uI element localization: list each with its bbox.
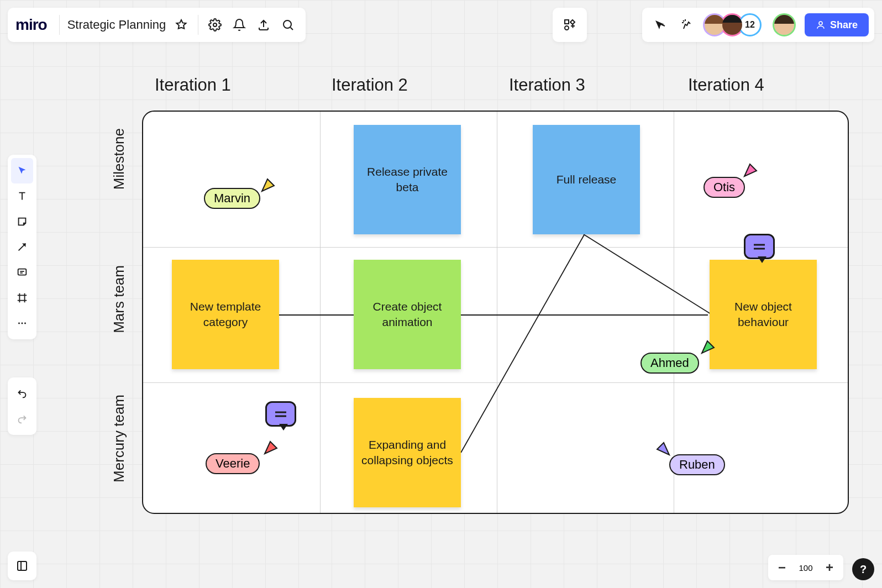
svg-point-16 (24, 323, 26, 324)
sticky-note[interactable]: Create object animation (354, 260, 461, 369)
svg-rect-17 (18, 561, 27, 570)
topbar-right: 12 Share (642, 8, 874, 42)
left-toolbar (8, 155, 36, 339)
redo-button[interactable] (11, 406, 33, 432)
collaborator-cursor-label: Veerie (206, 453, 260, 474)
cursor-arrow-icon (262, 439, 279, 456)
zoom-in-button[interactable]: + (820, 558, 839, 577)
svg-point-8 (213, 23, 217, 27)
sticky-tool[interactable] (11, 209, 33, 234)
reactions-icon[interactable] (675, 13, 700, 37)
column-header: Iteration 4 (688, 75, 764, 95)
collaborator-cursor-label: Otis (704, 177, 745, 198)
cursor-arrow-icon (260, 177, 276, 193)
undo-button[interactable] (11, 381, 33, 406)
pointer-mode-icon[interactable] (648, 13, 672, 37)
sticky-note[interactable]: New object behaviour (710, 260, 817, 369)
board-title[interactable]: Strategic Planning (64, 18, 170, 32)
export-icon[interactable] (251, 13, 276, 37)
zoom-out-button[interactable]: − (773, 558, 791, 577)
sticky-note[interactable]: Release private beta (354, 125, 461, 234)
svg-point-11 (565, 26, 569, 30)
divider (59, 15, 60, 35)
text-tool[interactable] (11, 183, 33, 209)
undo-redo-panel (8, 377, 36, 435)
svg-point-15 (22, 323, 23, 324)
avatar[interactable] (721, 13, 744, 36)
svg-point-14 (18, 323, 20, 324)
select-tool[interactable] (11, 158, 33, 183)
collaborator-cursor-label: Ruben (669, 454, 725, 475)
svg-point-12 (819, 22, 822, 25)
svg-line-3 (461, 235, 584, 453)
cursor-arrow-icon (655, 440, 671, 457)
search-icon[interactable] (276, 13, 300, 37)
column-header: Iteration 1 (155, 75, 231, 95)
sticky-note[interactable]: Expanding and collapsing objects (354, 398, 461, 507)
miro-logo[interactable]: miro (13, 16, 55, 34)
cursor-arrow-icon (742, 162, 759, 179)
zoom-value[interactable]: 100 (796, 563, 816, 573)
topbar-left: miro Strategic Planning (8, 8, 306, 42)
svg-line-2 (584, 234, 711, 314)
collapse-panel-icon[interactable] (8, 552, 36, 580)
share-label: Share (830, 19, 858, 31)
notifications-icon[interactable] (227, 13, 251, 37)
star-icon[interactable] (169, 13, 193, 37)
column-header: Iteration 3 (509, 75, 585, 95)
frame-tool[interactable] (11, 285, 33, 311)
collaborator-cursor-label: Ahmed (641, 353, 699, 374)
more-tools[interactable] (11, 311, 33, 336)
cursor-arrow-icon (700, 339, 716, 355)
sticky-note[interactable]: Full release (533, 125, 640, 234)
divider (198, 15, 198, 35)
share-button[interactable]: Share (805, 13, 869, 36)
settings-icon[interactable] (203, 13, 227, 37)
collaborator-cursor-label: Marvin (204, 188, 260, 209)
svg-rect-13 (18, 269, 27, 275)
row-header: Mercury team (111, 395, 128, 482)
zoom-controls: − 100 + (768, 555, 843, 580)
row-header: Milestone (111, 128, 128, 190)
current-user-avatar[interactable] (773, 13, 796, 36)
sticky-note[interactable]: New template category (172, 260, 279, 369)
arrow-tool[interactable] (11, 234, 33, 260)
comment-tool[interactable] (11, 260, 33, 285)
collaborator-avatars[interactable]: 12 (703, 13, 762, 36)
column-header: Iteration 2 (332, 75, 408, 95)
board-canvas[interactable]: Iteration 1 Iteration 2 Iteration 3 Iter… (0, 0, 882, 588)
row-header: Mars team (111, 265, 128, 333)
comment-icon[interactable] (744, 234, 775, 259)
comment-icon[interactable] (265, 401, 296, 427)
svg-point-9 (284, 20, 291, 28)
help-button[interactable]: ? (852, 558, 874, 580)
svg-rect-10 (565, 20, 569, 24)
apps-icon[interactable] (553, 8, 587, 42)
